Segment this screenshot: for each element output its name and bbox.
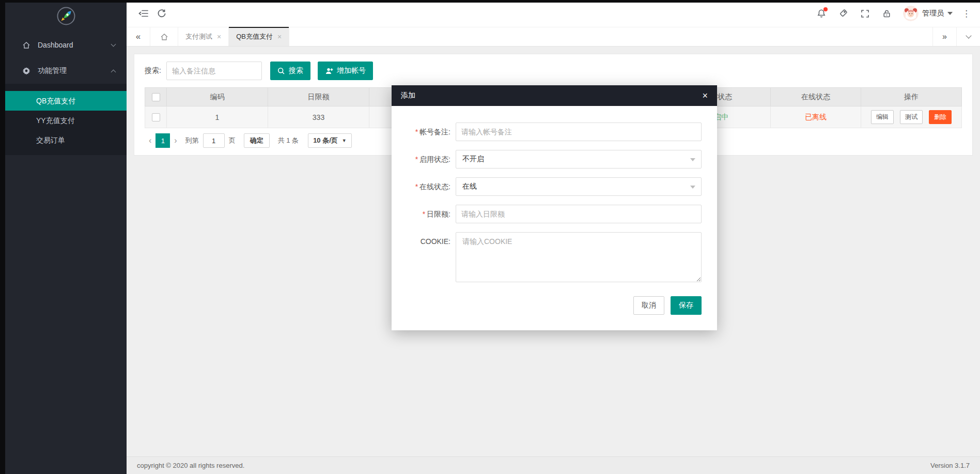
page-size-select[interactable]: 10 条/页 ▼ [308, 133, 352, 148]
tab-label: QB充值支付 [236, 32, 273, 41]
save-button[interactable]: 保存 [671, 296, 702, 315]
sidebar-item-qb-recharge[interactable]: QB充值支付 [5, 91, 127, 111]
version-text: Version 3.1.7 [930, 462, 970, 469]
modal-title: 添加 [401, 91, 415, 100]
current-page-button[interactable]: 1 [155, 133, 170, 148]
search-icon [277, 67, 285, 75]
topbar: 管理员 ⋮ [127, 0, 980, 27]
row-checkbox-cell [145, 106, 167, 128]
tabbar-right-controls: » [932, 27, 980, 46]
lock-icon[interactable] [877, 4, 896, 23]
sidebar: Dashboard 功能管理 QB充值支付 YY充值支付 交易订单 [5, 0, 127, 474]
search-label: 搜索: [145, 66, 161, 75]
sidebar-subitem-label: 交易订单 [36, 136, 65, 144]
field-label: COOKIE: [404, 232, 450, 284]
tabs-scroll-left-button[interactable]: « [127, 27, 150, 46]
fullscreen-icon[interactable] [855, 4, 874, 23]
search-button[interactable]: 搜索 [270, 62, 310, 80]
field-label: 帐号备注: [404, 123, 450, 141]
add-account-button-label: 增加帐号 [337, 66, 366, 75]
sidebar-item-function-management[interactable]: 功能管理 [5, 58, 127, 84]
modal-footer: 取消 保存 [392, 293, 717, 330]
more-options-kebab-icon[interactable]: ⋮ [959, 8, 974, 19]
enable-status-value: 不开启 [462, 155, 484, 164]
column-header-actions: 操作 [861, 88, 962, 106]
cookie-textarea[interactable] [456, 232, 702, 282]
sidebar-subitem-label: YY充值支付 [36, 116, 75, 125]
search-button-label: 搜索 [289, 66, 303, 75]
goto-confirm-button[interactable]: 确定 [244, 133, 270, 148]
test-button[interactable]: 测试 [900, 110, 923, 124]
add-account-button[interactable]: 增加帐号 [318, 62, 373, 80]
next-page-button[interactable]: › [170, 136, 181, 145]
sidebar-item-yy-recharge[interactable]: YY充值支付 [5, 111, 127, 130]
avatar [903, 6, 919, 21]
sidebar-item-dashboard[interactable]: Dashboard [5, 32, 127, 58]
online-status-select[interactable]: 在线 [456, 177, 702, 196]
field-label: 日限额: [404, 205, 450, 223]
prev-page-button[interactable]: ‹ [145, 136, 155, 145]
user-menu[interactable]: 管理员 [903, 6, 953, 21]
chevron-up-icon [111, 69, 116, 74]
modal-body: 帐号备注: 启用状态: 不开启 在线状态: 在线 日限额: [392, 106, 717, 284]
window-top-edge [0, 0, 980, 3]
page-unit-label: 页 [229, 136, 236, 145]
tabs-menu-button[interactable] [956, 27, 980, 46]
cell-daily-limit: 333 [268, 106, 369, 128]
field-label: 启用状态: [404, 150, 450, 169]
topbar-right: 管理员 ⋮ [812, 4, 974, 23]
daily-limit-input[interactable] [456, 205, 702, 223]
form-row-daily-limit: 日限额: [404, 205, 702, 223]
rocket-logo-icon [56, 6, 76, 26]
close-icon[interactable]: × [217, 33, 221, 41]
cell-actions: 编辑 测试 删除 [861, 106, 962, 128]
home-tab[interactable] [150, 27, 178, 46]
cell-code: 1 [167, 106, 268, 128]
cancel-button[interactable]: 取消 [633, 296, 664, 315]
tag-icon[interactable] [834, 4, 852, 23]
close-icon[interactable]: × [277, 33, 282, 41]
collapse-sidebar-button[interactable] [134, 4, 152, 23]
caret-down-icon: ▼ [342, 138, 347, 143]
window-left-edge [0, 0, 5, 474]
goto-label: 到第 [185, 136, 199, 145]
page-size-value: 10 条/页 [313, 136, 338, 145]
enable-status-select[interactable]: 不开启 [456, 150, 702, 169]
sidebar-item-label: Dashboard [38, 41, 112, 49]
account-remark-input[interactable] [456, 123, 702, 141]
column-header-daily-limit: 日限额 [268, 88, 369, 106]
notifications-bell-icon[interactable] [812, 4, 831, 23]
tab-qb-recharge[interactable]: QB充值支付 × [229, 27, 289, 46]
search-input[interactable] [166, 62, 262, 80]
edit-button[interactable]: 编辑 [871, 110, 894, 124]
username: 管理员 [922, 9, 944, 18]
caret-down-icon [690, 158, 695, 161]
refresh-button[interactable] [152, 4, 171, 23]
online-status-value: 在线 [462, 182, 477, 191]
total-count-label: 共 1 条 [278, 136, 299, 145]
column-header-code: 编码 [167, 88, 268, 106]
goto-page-input[interactable] [203, 133, 225, 148]
delete-button[interactable]: 删除 [929, 110, 952, 124]
modal-close-icon[interactable]: × [702, 91, 708, 100]
home-icon [22, 41, 31, 49]
gear-icon [22, 67, 31, 75]
select-all-checkbox[interactable] [152, 93, 160, 101]
notification-dot [823, 7, 828, 11]
caret-down-icon [690, 186, 695, 189]
sidebar-item-trade-orders[interactable]: 交易订单 [5, 130, 127, 150]
copyright-text: copyright © 2020 all rights reserved. [137, 462, 244, 469]
tab-payment-test[interactable]: 支付测试 × [178, 27, 229, 46]
header-checkbox-cell [145, 88, 167, 106]
row-checkbox[interactable] [152, 113, 160, 121]
chevron-down-icon [966, 33, 971, 38]
tab-label: 支付测试 [185, 32, 212, 41]
column-header-online-status: 在线状态 [771, 88, 861, 106]
app-logo [5, 0, 127, 32]
tabs-scroll-right-button[interactable]: » [932, 27, 956, 46]
form-row-account-remark: 帐号备注: [404, 123, 702, 141]
form-row-enable-status: 启用状态: 不开启 [404, 150, 702, 169]
add-account-modal: 添加 × 帐号备注: 启用状态: 不开启 在线状态: 在线 [392, 85, 717, 330]
field-label: 在线状态: [404, 177, 450, 196]
tabbar: « 支付测试 × QB充值支付 × » [127, 27, 980, 47]
